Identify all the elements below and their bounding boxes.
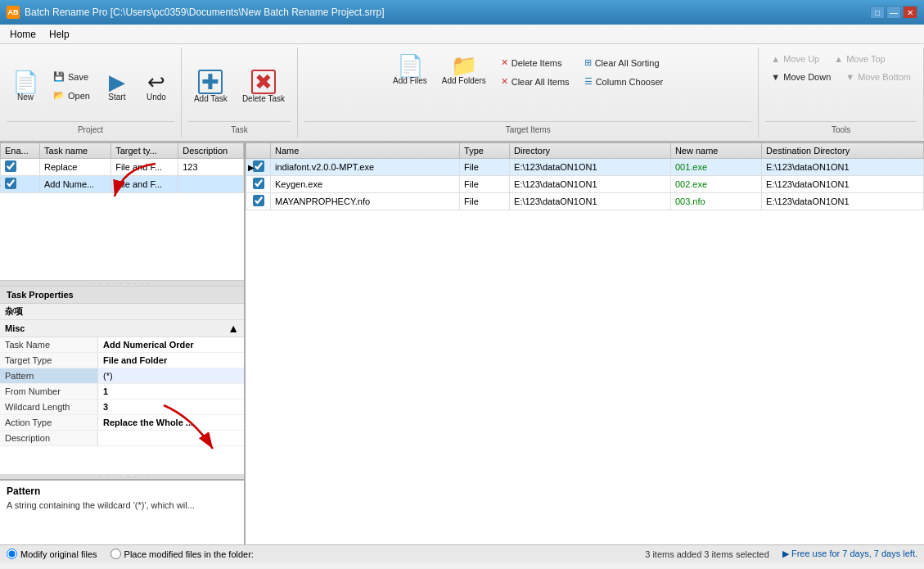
menu-home[interactable]: Home [3, 27, 43, 42]
props-row-description: Description [0, 431, 244, 446]
status-option1-label: Modify original files [20, 549, 97, 559]
radio-modify-original[interactable] [7, 549, 17, 559]
task-target-1: File and F... [111, 159, 178, 176]
target-type-2: File [460, 176, 510, 193]
props-value-pattern[interactable]: (*) [98, 368, 244, 383]
props-row-taskname: Task Name Add Numerical Order [0, 337, 244, 353]
props-value-fromnumber[interactable]: 1 [98, 384, 244, 399]
target-row[interactable]: ▶ indiafont.v2.0.0-MPT.exe File E:\123\d… [246, 159, 924, 176]
radio-place-files[interactable] [110, 549, 121, 559]
target-destdir-1: E:\123\dataON1ON1 [762, 159, 924, 176]
delete-task-button[interactable]: ✖ Delete Task [237, 65, 291, 107]
target-type-1: File [460, 159, 510, 176]
ribbon-group-task: ✚ Add Task ✖ Delete Task Task [182, 47, 298, 138]
target-dir-2: E:\123\dataON1ON1 [510, 176, 671, 193]
task-desc-2 [178, 176, 244, 193]
target-newname-3: 003.nfo [670, 193, 761, 210]
props-row-wildcardlength: Wildcard Length 3 [0, 400, 244, 415]
target-newname-2: 002.exe [670, 176, 761, 193]
move-bottom-button[interactable]: ▼Move Bottom [840, 69, 917, 85]
props-row-targettype: Target Type File and Folder [0, 353, 244, 368]
delete-items-button[interactable]: ✕Delete Items [495, 54, 575, 71]
column-chooser-button[interactable]: ☰Column Chooser [579, 73, 669, 90]
task-desc-1: 123 [178, 159, 244, 176]
app-logo: AB [7, 6, 20, 19]
minimize-button[interactable]: — [886, 6, 901, 19]
task-table-area[interactable]: Ena... Task name Target ty... Descriptio… [0, 142, 244, 281]
task-row-selected[interactable]: ▶ Add Nume... File and F... [1, 176, 244, 193]
description-panel: Pattern A string containing the wildcard… [0, 479, 244, 544]
status-option2[interactable]: Place modified files in the folder: [110, 549, 254, 559]
status-option2-label: Place modified files in the folder: [124, 549, 254, 559]
props-label-wildcardlength: Wildcard Length [0, 400, 98, 414]
target-type-3: File [460, 193, 510, 210]
menu-help[interactable]: Help [43, 27, 76, 42]
props-value-targettype: File and Folder [98, 353, 244, 368]
new-button[interactable]: 📄 New [7, 67, 44, 106]
restore-button[interactable]: □ [870, 6, 885, 19]
start-button[interactable]: ▶ Start [99, 67, 135, 106]
open-button[interactable]: 📂Open [47, 87, 96, 104]
target-col-type: Type [460, 143, 510, 159]
save-button[interactable]: 💾Save [47, 68, 96, 85]
target-name-2: Keygen.exe [271, 176, 460, 193]
target-name-3: MAYANPROPHECY.nfo [271, 193, 460, 210]
title-bar: AB Batch Rename Pro [C:\Users\pc0359\Doc… [0, 0, 924, 25]
target-row[interactable]: MAYANPROPHECY.nfo File E:\123\dataON1ON1… [246, 193, 924, 210]
props-value-taskname: Add Numerical Order [98, 337, 244, 352]
project-group-label: Project [7, 121, 174, 134]
target-dir-3: E:\123\dataON1ON1 [510, 193, 671, 210]
add-files-button[interactable]: 📄 Add Files [387, 51, 433, 89]
add-task-button[interactable]: ✚ Add Task [188, 65, 233, 107]
status-trial: ▶ Free use for 7 days, 7 days left. [782, 549, 917, 559]
task-name-1: Replace [40, 159, 111, 176]
project-buttons: 📄 New 💾Save 📂Open ▶ Start ↩ Undo [7, 51, 174, 121]
ribbon-group-tools: ▲Move Up ▲Move Top ▼Move Down ▼Move Bott… [759, 47, 924, 138]
task-target-2: File and F... [111, 176, 178, 193]
props-section-misc: Misc ▲ [0, 320, 244, 337]
target-enabled-3[interactable] [253, 195, 264, 206]
target-dir-1: E:\123\dataON1ON1 [510, 159, 671, 176]
clear-all-items-button[interactable]: ✕Clear All Items [495, 73, 575, 90]
target-row[interactable]: Keygen.exe File E:\123\dataON1ON1 002.ex… [246, 176, 924, 193]
move-down-button[interactable]: ▼Move Down [765, 69, 836, 85]
move-top-button[interactable]: ▲Move Top [828, 51, 890, 67]
target-items-group-label: Target Items [304, 121, 751, 134]
col-description: Description [178, 143, 244, 159]
clear-all-sorting-button[interactable]: ⊞Clear All Sorting [579, 54, 669, 71]
target-col-check [246, 143, 271, 159]
props-value-wildcardlength[interactable]: 3 [98, 400, 244, 414]
undo-button[interactable]: ↩ Undo [138, 67, 174, 106]
task-name-2: Add Nume... [40, 176, 111, 193]
status-option1[interactable]: Modify original files [7, 549, 97, 559]
target-col-dir: Directory [510, 143, 671, 159]
close-button[interactable]: ✕ [903, 6, 917, 19]
task-table: Ena... Task name Target ty... Descriptio… [0, 142, 244, 193]
target-destdir-2: E:\123\dataON1ON1 [762, 176, 924, 193]
col-target-type: Target ty... [111, 143, 178, 159]
task-properties: Task Properties 杂项 Misc ▲ Task Name Add … [0, 286, 244, 474]
target-table-area[interactable]: Name Type Directory New name Destination… [246, 142, 924, 544]
main-area: Ena... Task name Target ty... Descriptio… [0, 142, 924, 544]
move-up-button[interactable]: ▲Move Up [765, 51, 825, 67]
props-label-fromnumber: From Number [0, 384, 98, 399]
add-folders-button[interactable]: 📁 Add Folders [436, 51, 492, 89]
ribbon: 📄 New 💾Save 📂Open ▶ Start ↩ Undo Project [0, 44, 924, 142]
col-task-name: Task name [40, 143, 111, 159]
props-value-actiontype[interactable]: Replace the Whole ... [98, 415, 244, 430]
ribbon-group-target-items: 📄 Add Files 📁 Add Folders ✕Delete Items … [298, 47, 759, 138]
title-bar-text: Batch Rename Pro [C:\Users\pc0359\Docume… [25, 7, 385, 18]
props-label-pattern: Pattern [0, 368, 98, 383]
task-row[interactable]: Replace File and F... 123 [1, 159, 244, 176]
props-row-fromnumber: From Number 1 [0, 384, 244, 400]
props-section-chinese: 杂项 [0, 304, 244, 320]
title-bar-controls: □ — ✕ [870, 6, 917, 19]
task-enabled-1[interactable] [5, 160, 16, 172]
target-enabled-2[interactable] [253, 178, 264, 189]
props-value-description[interactable] [98, 431, 244, 445]
task-enabled-2[interactable] [5, 178, 16, 189]
props-label-targettype: Target Type [0, 353, 98, 368]
props-label-actiontype: Action Type [0, 415, 98, 430]
collapse-button[interactable]: ▲ [228, 322, 239, 335]
target-col-name: Name [271, 143, 460, 159]
